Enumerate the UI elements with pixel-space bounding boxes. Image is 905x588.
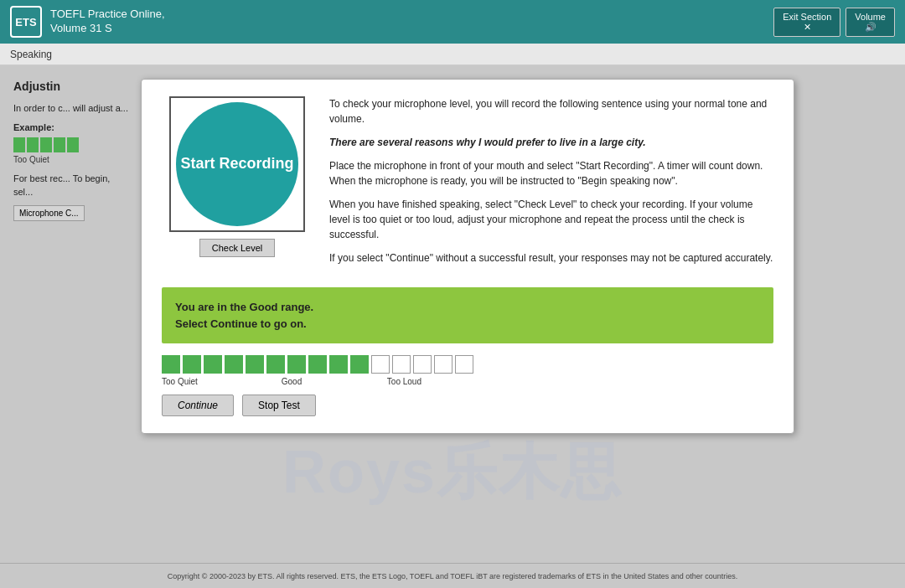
meter-bar-14 [434, 355, 452, 374]
start-recording-circle[interactable]: Start Recording [176, 102, 298, 226]
header-title: TOEFL Practice Online, Volume 31 S [50, 8, 165, 36]
meter-bar-1 [162, 355, 180, 374]
microphone-check-button[interactable]: Microphone C... [13, 205, 85, 221]
volume-labels: Too Quiet Good Too Loud [162, 377, 773, 386]
header-left: ETS TOEFL Practice Online, Volume 31 S [10, 6, 165, 38]
vol-bar-2 [27, 137, 39, 152]
meter-bar-13 [413, 355, 432, 374]
meter-bar-11 [371, 355, 390, 374]
intro-text: To check your microphone level, you will… [329, 96, 773, 126]
left-panel-intro: In order to c... will adjust a... [13, 102, 131, 115]
instruction3: If you select "Continue" without a succe… [329, 250, 773, 266]
meter-bar-3 [204, 355, 222, 374]
volume-meter-bars [162, 355, 773, 374]
instruction2: When you have finished speaking, select … [329, 197, 773, 242]
vol-bar-5 [67, 137, 79, 152]
meter-bar-6 [266, 355, 285, 374]
left-panel-title: Adjustin [13, 79, 131, 95]
label-good: Good [254, 377, 329, 386]
footer: Copyright © 2000-2023 by ETS. All rights… [0, 563, 905, 588]
meter-bar-8 [308, 355, 327, 374]
vol-bar-1 [13, 137, 25, 152]
copyright-text: Copyright © 2000-2023 by ETS. All rights… [168, 572, 737, 580]
meter-bar-2 [183, 355, 201, 374]
ets-logo: ETS [10, 6, 42, 38]
main-area: Adjustin In order to c... will adjust a.… [0, 65, 905, 563]
sub-header: Speaking [0, 44, 905, 65]
instruction1: Place the microphone in front of your mo… [329, 158, 773, 188]
watermark: Roys乐木思 [0, 432, 905, 513]
good-range-banner: You are in the Good range. Select Contin… [162, 287, 773, 343]
meter-bar-7 [287, 355, 306, 374]
section-label: Speaking [10, 49, 52, 60]
meter-bar-10 [350, 355, 369, 374]
dialog: Start Recording Check Level To check you… [141, 79, 794, 434]
header: ETS TOEFL Practice Online, Volume 31 S E… [0, 0, 905, 44]
dialog-top: Start Recording Check Level To check you… [162, 96, 773, 274]
label-too-loud: Too Loud [329, 377, 421, 386]
meter-bar-9 [329, 355, 348, 374]
example-volume-bars [13, 137, 131, 152]
vol-bar-4 [54, 137, 65, 152]
volume-meter: Too Quiet Good Too Loud [162, 355, 773, 386]
label-too-quiet: Too Quiet [162, 377, 254, 386]
left-panel: Adjustin In order to c... will adjust a.… [13, 79, 131, 221]
example-label: Example: [13, 121, 131, 134]
mic-circle-wrapper: Start Recording [169, 96, 305, 232]
meter-bar-15 [455, 355, 473, 374]
meter-bar-4 [225, 355, 243, 374]
left-panel-note: For best rec... To begin, sel... [13, 173, 131, 199]
vol-bar-3 [40, 137, 52, 152]
meter-bar-5 [246, 355, 264, 374]
meter-bar-12 [392, 355, 411, 374]
good-range-line1: You are in the Good range. [175, 299, 760, 316]
mic-area: Start Recording Check Level [162, 96, 313, 274]
exit-section-button[interactable]: Exit Section ✕ [773, 8, 840, 37]
instructions: To check your microphone level, you will… [329, 96, 773, 274]
continue-button[interactable]: Continue [162, 395, 234, 416]
good-range-line2: Select Continue to go on. [175, 316, 760, 333]
stop-test-button[interactable]: Stop Test [242, 395, 316, 416]
dialog-wrapper: Start Recording Check Level To check you… [141, 79, 794, 434]
dialog-bottom: Continue Stop Test [162, 395, 773, 416]
header-right: Exit Section ✕ Volume 🔊 [773, 8, 895, 37]
check-level-button[interactable]: Check Level [199, 239, 276, 257]
too-quiet-label: Too Quiet [13, 154, 131, 166]
volume-button[interactable]: Volume 🔊 [846, 8, 895, 37]
start-recording-label: Start Recording [180, 154, 293, 173]
bold-sentence: There are several reasons why I would pr… [329, 135, 773, 150]
